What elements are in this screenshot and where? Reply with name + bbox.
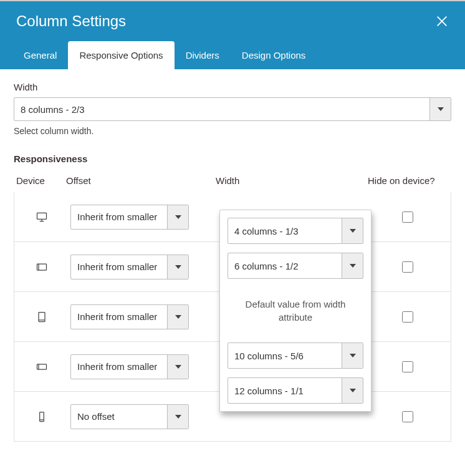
- dialog-header: Column Settings: [0, 1, 465, 35]
- svg-marker-22: [350, 389, 356, 392]
- offset-select[interactable]: No offset: [70, 404, 189, 429]
- device-phone-portrait-icon: [17, 410, 67, 423]
- offset-select[interactable]: Inherit from smaller: [70, 255, 189, 279]
- chevron-down-icon: [167, 205, 188, 229]
- svg-rect-3: [37, 213, 47, 219]
- width-label: Width: [14, 82, 451, 92]
- chevron-down-icon: [342, 253, 363, 278]
- chevron-down-icon: [167, 305, 188, 329]
- svg-marker-6: [175, 215, 181, 219]
- tab-responsive-options[interactable]: Responsive Options: [68, 41, 174, 69]
- width-row-select[interactable]: 12 columns - 1/1: [228, 377, 363, 404]
- svg-marker-20: [350, 264, 356, 268]
- hide-checkbox[interactable]: [402, 411, 413, 422]
- close-button[interactable]: [435, 14, 449, 28]
- svg-marker-2: [438, 107, 444, 111]
- hide-checkbox[interactable]: [402, 261, 413, 273]
- chevron-down-icon: [342, 378, 363, 403]
- chevron-down-icon: [167, 355, 188, 379]
- width-overlay-panel: 4 columns - 1/3 6 columns - 1/2 Default …: [219, 210, 372, 412]
- svg-marker-18: [175, 415, 181, 419]
- chevron-down-icon: [342, 218, 363, 243]
- responsiveness-header: Device Offset Width Hide on device?: [14, 172, 451, 192]
- svg-marker-21: [350, 354, 356, 357]
- column-settings-dialog: Column Settings General Responsive Optio…: [0, 0, 465, 454]
- hide-checkbox[interactable]: [402, 311, 413, 323]
- col-offset: Offset: [66, 175, 216, 186]
- tab-dividers[interactable]: Dividers: [175, 41, 231, 69]
- width-select[interactable]: 8 columns - 2/3: [14, 97, 451, 121]
- width-row-select[interactable]: 4 columns - 1/3: [228, 218, 363, 244]
- chevron-down-icon: [167, 255, 188, 279]
- col-hide: Hide on device?: [368, 175, 449, 186]
- svg-marker-9: [175, 265, 181, 269]
- svg-marker-19: [350, 229, 356, 233]
- dialog-title: Column Settings: [16, 12, 126, 30]
- col-device: Device: [16, 175, 66, 186]
- svg-marker-15: [175, 365, 181, 369]
- tab-general[interactable]: General: [12, 41, 68, 69]
- width-row-select[interactable]: 6 columns - 1/2: [228, 253, 363, 279]
- col-width: Width: [216, 175, 368, 186]
- device-tablet-portrait-icon: [17, 311, 67, 323]
- close-icon: [435, 14, 449, 28]
- hide-checkbox[interactable]: [402, 361, 413, 372]
- width-default-label: Default value from width attribute: [228, 288, 363, 334]
- width-select-value: 8 columns - 2/3: [21, 104, 85, 115]
- device-desktop-icon: [17, 211, 67, 223]
- hide-checkbox[interactable]: [402, 211, 413, 223]
- device-phone-landscape-icon: [17, 361, 67, 373]
- device-tablet-landscape-icon: [17, 261, 67, 273]
- responsiveness-title: Responsiveness: [14, 153, 451, 164]
- dialog-content: Width 8 columns - 2/3 Select column widt…: [0, 69, 465, 454]
- chevron-down-icon: [167, 405, 188, 429]
- offset-select[interactable]: Inherit from smaller: [70, 205, 189, 230]
- chevron-down-icon: [342, 343, 363, 368]
- width-row-select[interactable]: 10 columns - 5/6: [228, 342, 363, 369]
- chevron-down-icon: [429, 98, 451, 120]
- offset-select[interactable]: Inherit from smaller: [70, 304, 189, 329]
- width-help-text: Select column width.: [14, 126, 451, 136]
- svg-marker-12: [175, 315, 181, 319]
- tab-bar: General Responsive Options Dividers Desi…: [0, 35, 465, 69]
- tab-design-options[interactable]: Design Options: [231, 41, 317, 69]
- offset-select[interactable]: Inherit from smaller: [70, 354, 189, 379]
